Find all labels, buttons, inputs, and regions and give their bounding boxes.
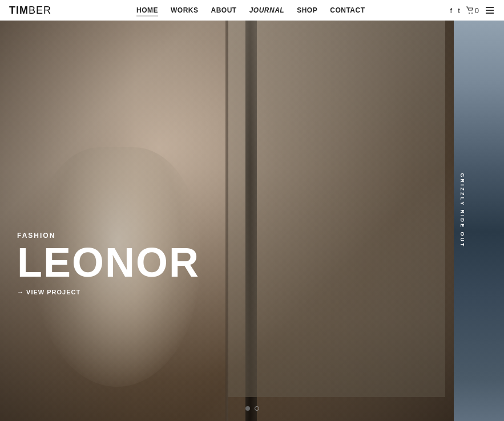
nav-item-shop[interactable]: SHOP xyxy=(297,6,317,14)
svg-point-1 xyxy=(471,13,473,14)
nav-item-works[interactable]: WORKS xyxy=(171,6,199,14)
slide-title: LEONOR xyxy=(17,242,200,283)
cart-svg-icon xyxy=(466,6,474,14)
menu-dot-1 xyxy=(486,7,494,8)
header-right: f t 0 xyxy=(450,6,495,15)
slide-overlay xyxy=(0,0,454,421)
dot-1[interactable] xyxy=(245,406,250,411)
menu-dot-2 xyxy=(486,10,494,11)
nav-item-journal[interactable]: JOURNAL xyxy=(249,6,285,14)
main-slide[interactable]: FASHION LEONOR VIEW PROJECT xyxy=(0,0,454,421)
slide-category: FASHION xyxy=(17,232,200,240)
menu-dot-3 xyxy=(486,13,494,14)
logo-bold: TIM xyxy=(9,5,29,16)
slide-content: FASHION LEONOR VIEW PROJECT xyxy=(17,232,200,295)
nav: HOME WORKS ABOUT JOURNAL SHOP CONTACT xyxy=(136,6,365,14)
side-slide[interactable]: GRIZZLY RIDE OUT xyxy=(454,0,504,421)
header: TIMBER HOME WORKS ABOUT JOURNAL SHOP CON… xyxy=(0,0,504,21)
logo[interactable]: TIMBER xyxy=(9,5,51,17)
cart-count: 0 xyxy=(475,6,479,15)
slide-link[interactable]: VIEW PROJECT xyxy=(17,289,200,295)
side-slide-label: GRIZZLY RIDE OUT xyxy=(459,173,465,248)
nav-item-contact[interactable]: CONTACT xyxy=(330,6,365,14)
svg-point-0 xyxy=(469,13,470,14)
dot-2[interactable] xyxy=(255,406,259,411)
menu-toggle[interactable] xyxy=(485,6,495,15)
hero: FASHION LEONOR VIEW PROJECT GRIZZLY RIDE… xyxy=(0,0,504,421)
twitter-icon[interactable]: t xyxy=(458,6,460,15)
logo-light: BER xyxy=(29,5,51,16)
nav-item-home[interactable]: HOME xyxy=(136,6,158,14)
facebook-icon[interactable]: f xyxy=(450,6,453,15)
cart-button[interactable]: 0 xyxy=(466,6,479,15)
slide-indicators xyxy=(245,406,259,411)
nav-item-about[interactable]: ABOUT xyxy=(211,6,237,14)
